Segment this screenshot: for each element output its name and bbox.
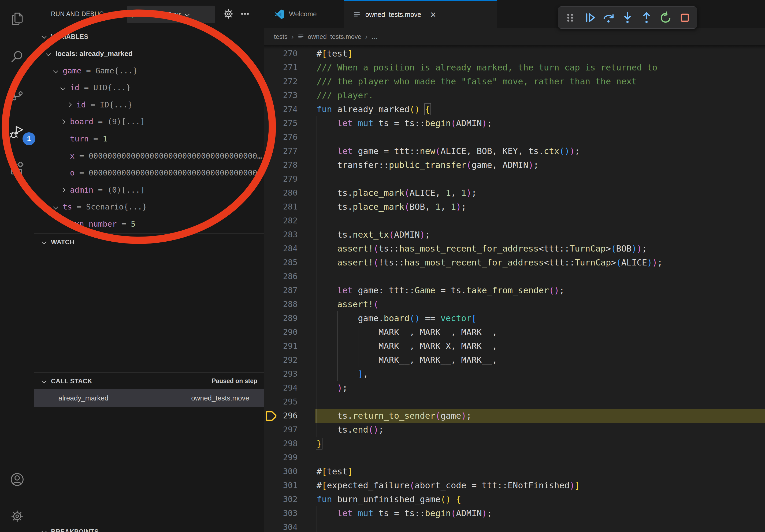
- code-line-270[interactable]: #[test]: [317, 47, 663, 61]
- line-number[interactable]: 276: [264, 130, 298, 144]
- debug-configuration-dropdown[interactable]: No Configur: [127, 6, 215, 23]
- code-line-298[interactable]: }: [317, 437, 663, 450]
- variable-row-board[interactable]: board = (9)[...]: [34, 113, 264, 130]
- continue-icon[interactable]: [582, 11, 596, 25]
- step-out-icon[interactable]: [640, 11, 653, 25]
- code-line-278[interactable]: transfer::public_transfer(game, ADMIN);: [317, 158, 663, 172]
- line-number-gutter[interactable]: 2702712722732742752762772782792802812822…: [264, 47, 298, 532]
- source-control-icon[interactable]: [0, 78, 34, 111]
- search-icon[interactable]: [0, 41, 34, 73]
- drag-grip-icon[interactable]: [563, 11, 577, 25]
- chevron-down-icon[interactable]: [53, 68, 58, 73]
- line-number[interactable]: 285: [264, 256, 298, 269]
- line-number[interactable]: 271: [264, 61, 298, 75]
- chevron-right-icon[interactable]: [60, 120, 65, 124]
- code-line-273[interactable]: /// player.: [317, 89, 663, 102]
- code-line-279[interactable]: [317, 172, 663, 186]
- code-line-287[interactable]: let game: ttt::Game = ts.take_from_sende…: [317, 283, 663, 297]
- code-line-277[interactable]: let game = ttt::new(ALICE, BOB, KEY, ts.…: [317, 144, 663, 158]
- variable-row-id[interactable]: id = ID{...}: [34, 96, 264, 113]
- line-number[interactable]: 302: [264, 492, 298, 506]
- line-number[interactable]: 280: [264, 186, 298, 200]
- code-line-299[interactable]: [317, 450, 663, 464]
- code-line-295[interactable]: [317, 395, 663, 409]
- variable-row-o[interactable]: o = 000000000000000000000000000000000000…: [34, 164, 264, 181]
- line-number[interactable]: 299: [264, 450, 298, 464]
- line-number[interactable]: 289: [264, 311, 298, 325]
- line-number[interactable]: 278: [264, 158, 298, 172]
- code-line-297[interactable]: ts.end();: [317, 423, 663, 437]
- line-number[interactable]: 270: [264, 47, 298, 61]
- line-number[interactable]: 298: [264, 437, 298, 450]
- code-line-303[interactable]: let mut ts = ts::begin(ADMIN);: [317, 506, 663, 520]
- code-lines[interactable]: #[test]/// When a position is already ma…: [317, 47, 663, 532]
- code-line-301[interactable]: #[expected_failure(abort_code = ttt::ENo…: [317, 478, 663, 492]
- more-actions-icon[interactable]: [239, 8, 252, 20]
- code-line-271[interactable]: /// When a position is already marked, t…: [317, 61, 663, 75]
- code-line-274[interactable]: fun already_marked() {: [317, 102, 663, 116]
- variable-row-game[interactable]: game = Game{...}: [34, 62, 264, 79]
- restart-icon[interactable]: [659, 11, 673, 25]
- code-line-285[interactable]: assert!(!ts::has_most_recent_for_address…: [317, 256, 663, 269]
- stop-icon[interactable]: [678, 11, 692, 25]
- step-into-icon[interactable]: [620, 11, 634, 25]
- code-line-296[interactable]: ts.return_to_sender(game);: [317, 409, 663, 423]
- code-line-293[interactable]: ],: [317, 367, 663, 381]
- line-number[interactable]: 293: [264, 367, 298, 381]
- line-number[interactable]: 277: [264, 144, 298, 158]
- variable-row-x[interactable]: x = 000000000000000000000000000000000000…: [34, 147, 264, 164]
- line-number[interactable]: 288: [264, 297, 298, 311]
- stack-frame[interactable]: already_marked owned_tests.move: [34, 389, 264, 407]
- line-number[interactable]: 283: [264, 228, 298, 242]
- line-number[interactable]: 287: [264, 283, 298, 297]
- line-number[interactable]: 296: [264, 409, 298, 423]
- line-number[interactable]: 303: [264, 506, 298, 520]
- line-number[interactable]: 279: [264, 172, 298, 186]
- line-number[interactable]: 290: [264, 325, 298, 339]
- variable-row-ts[interactable]: ts = Scenario{...}: [34, 198, 264, 215]
- code-line-300[interactable]: #[test]: [317, 464, 663, 478]
- debug-config-label[interactable]: No Configur: [146, 11, 181, 18]
- code-line-283[interactable]: ts.next_tx(ADMIN);: [317, 228, 663, 242]
- watch-section-header[interactable]: WATCH: [34, 233, 264, 250]
- breakpoints-section-header[interactable]: BREAKPOINTS: [34, 523, 264, 532]
- line-number[interactable]: 297: [264, 423, 298, 437]
- account-icon[interactable]: [0, 463, 34, 496]
- code-line-286[interactable]: [317, 269, 663, 283]
- line-number[interactable]: 273: [264, 89, 298, 102]
- chevron-down-icon[interactable]: [46, 51, 51, 56]
- explorer-icon[interactable]: [0, 3, 34, 35]
- line-number[interactable]: 292: [264, 353, 298, 367]
- gear-icon[interactable]: [222, 8, 235, 20]
- line-number[interactable]: 304: [264, 520, 298, 532]
- extensions-icon[interactable]: [0, 153, 34, 185]
- code-line-292[interactable]: MARK__, MARK__, MARK__,: [317, 353, 663, 367]
- code-line-272[interactable]: /// the player who made the "false" move…: [317, 75, 663, 89]
- line-number[interactable]: 275: [264, 116, 298, 130]
- line-number[interactable]: 294: [264, 381, 298, 395]
- settings-icon[interactable]: [0, 500, 34, 532]
- variable-row-id[interactable]: id = UID{...}: [34, 79, 264, 96]
- variables-section-header[interactable]: VARIABLES: [34, 28, 264, 45]
- line-number[interactable]: 274: [264, 102, 298, 116]
- code-line-275[interactable]: let mut ts = ts::begin(ADMIN);: [317, 116, 663, 130]
- code-line-276[interactable]: [317, 130, 663, 144]
- line-number[interactable]: 300: [264, 464, 298, 478]
- code-line-282[interactable]: [317, 214, 663, 228]
- variables-scope-row[interactable]: locals: already_marked: [34, 45, 264, 62]
- line-number[interactable]: 281: [264, 200, 298, 214]
- run-and-debug-icon[interactable]: 1: [0, 116, 34, 148]
- code-line-280[interactable]: ts.place_mark(ALICE, 1, 1);: [317, 186, 663, 200]
- line-number[interactable]: 286: [264, 269, 298, 283]
- chevron-down-icon[interactable]: [60, 85, 65, 90]
- variable-row-admin[interactable]: admin = (0)[...]: [34, 181, 264, 198]
- call-stack-section-header[interactable]: CALL STACK Paused on step: [34, 372, 264, 390]
- code-line-288[interactable]: assert!(: [317, 297, 663, 311]
- line-number[interactable]: 272: [264, 75, 298, 89]
- code-line-304[interactable]: [317, 520, 663, 532]
- line-number[interactable]: 282: [264, 214, 298, 228]
- variable-row-turn[interactable]: turn = 1: [34, 130, 264, 147]
- variable-row-txn_number[interactable]: txn_number = 5: [34, 215, 264, 232]
- code-line-291[interactable]: MARK__, MARK_X, MARK__,: [317, 339, 663, 353]
- code-line-294[interactable]: );: [317, 381, 663, 395]
